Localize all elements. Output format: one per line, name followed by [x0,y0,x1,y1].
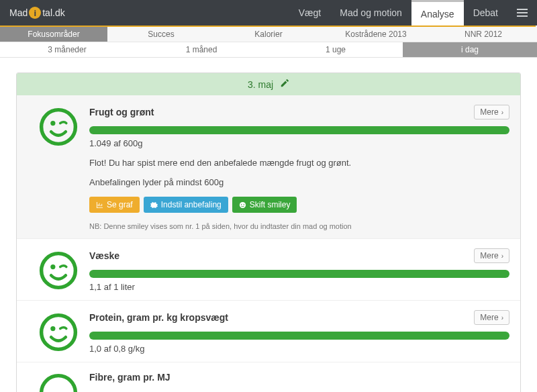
hamburger-icon [517,12,528,13]
tab-label: Succes [148,30,174,39]
svg-point-7 [50,264,55,269]
chevron-right-icon: › [501,109,503,116]
smiley-happy-icon [39,313,78,352]
svg-point-0 [42,110,76,144]
tab-fokusomraader[interactable]: Fokusområder [0,27,107,42]
edit-date-icon[interactable] [280,79,289,90]
nb-text: NB: Denne smiley vises som nr. 1 på side… [89,222,509,230]
top-nav: Mad i tal.dk Vægt Mad og motion Analyse … [0,0,537,26]
nav-label: Debat [473,7,498,18]
nav-analyse[interactable]: Analyse [411,0,464,26]
btn-label: Indstil anbefaling [161,200,222,209]
tab-label: Kostrådene 2013 [345,30,406,39]
nav-mad-motion[interactable]: Mad og motion [330,0,411,26]
nav-label: Vægt [299,7,321,18]
smiley-happy-icon [39,107,78,146]
more-label: Mere [480,313,498,322]
ttab-3-maaneder[interactable]: 3 måneder [0,42,134,58]
ttab-label: 3 måneder [48,45,86,54]
tab-label: Fokusområder [28,30,79,39]
tab-succes[interactable]: Succes [107,27,215,42]
smiley-happy-icon [39,373,78,392]
ttab-label: 1 måned [186,45,217,54]
brand-post: tal.dk [42,7,64,18]
btn-label: Skift smiley [250,200,291,209]
svg-point-10 [42,376,76,392]
smiley-small-icon [239,201,246,209]
section-recommendation: Anbefalingen lyder på mindst 600g [89,177,509,187]
tab-kostraadene-2013[interactable]: Kostrådene 2013 [322,27,430,42]
brand-logo-icon: i [29,7,41,19]
svg-point-6 [42,254,76,288]
progress-reading: 1,1 af 1 liter [89,282,509,292]
section-message: Flot! Du har spist mere end den anbefale… [89,158,509,168]
nav-menu-button[interactable] [507,0,537,26]
progress-bar [89,332,509,340]
skift-smiley-button[interactable]: Skift smiley [232,197,297,213]
brand[interactable]: Mad i tal.dk [0,7,75,19]
section-title: Fibre, gram pr. MJ [89,372,170,383]
more-button[interactable]: Mere › [474,105,509,119]
smiley-happy-icon [39,251,78,290]
ttab-label: 1 uge [326,45,346,54]
tab-label: NNR 2012 [465,30,502,39]
indstil-anbefaling-button[interactable]: Indstil anbefaling [144,197,228,213]
ttab-1-uge[interactable]: 1 uge [268,42,403,58]
chart-icon [96,201,103,209]
ttab-1-maaned[interactable]: 1 måned [134,42,268,58]
nav-vaegt[interactable]: Vægt [289,0,330,26]
section-protein: Protein, gram pr. kg kropsvægt Mere › 1,… [17,300,520,362]
nav-debat[interactable]: Debat [464,0,507,26]
ttab-i-dag[interactable]: i dag [403,42,537,58]
progress-bar [89,270,509,278]
section-title: Protein, gram pr. kg kropsvægt [89,312,228,323]
progress-reading: 1,0 af 0,8 g/kg [89,344,509,354]
btn-label: Se graf [107,200,133,209]
page: 3. maj Frugt og grønt Mere [0,58,537,392]
svg-point-2 [240,201,246,207]
main-card: 3. maj Frugt og grønt Mere [16,72,521,392]
progress-reading: 1.049 af 600g [89,138,509,148]
section-title: Væske [89,250,119,261]
svg-point-9 [50,326,55,331]
svg-point-4 [243,203,244,204]
section-title: Frugt og grønt [89,107,154,117]
tab-kalorier[interactable]: Kalorier [215,27,322,42]
subtabs: Fokusområder Succes Kalorier Kostrådene … [0,27,537,42]
se-graf-button[interactable]: Se graf [89,197,140,213]
section-vaeske: Væske Mere › 1,1 af 1 liter [17,238,520,300]
time-tabs: 3 måneder 1 måned 1 uge i dag [0,42,537,58]
more-label: Mere [480,107,498,117]
svg-point-3 [241,203,242,204]
chevron-right-icon: › [501,314,503,322]
svg-point-8 [42,315,76,350]
brand-pre: Mad [9,7,28,18]
chevron-right-icon: › [501,252,503,260]
date-text: 3. maj [248,79,273,90]
date-header: 3. maj [17,73,520,95]
nav-label: Mad og motion [340,7,402,18]
ttab-label: i dag [461,45,479,54]
svg-point-1 [50,121,55,126]
section-fibre: Fibre, gram pr. MJ [17,362,520,392]
progress-bar [89,126,509,134]
tab-label: Kalorier [254,30,282,39]
tab-nnr-2012[interactable]: NNR 2012 [430,27,537,42]
more-label: Mere [480,251,498,260]
more-button[interactable]: Mere › [474,310,509,325]
more-button[interactable]: Mere › [474,248,509,263]
gear-icon [150,201,158,209]
section-frugt: Frugt og grønt Mere › 1.049 af 600g Flot… [17,95,520,238]
nav-label: Analyse [421,9,454,19]
